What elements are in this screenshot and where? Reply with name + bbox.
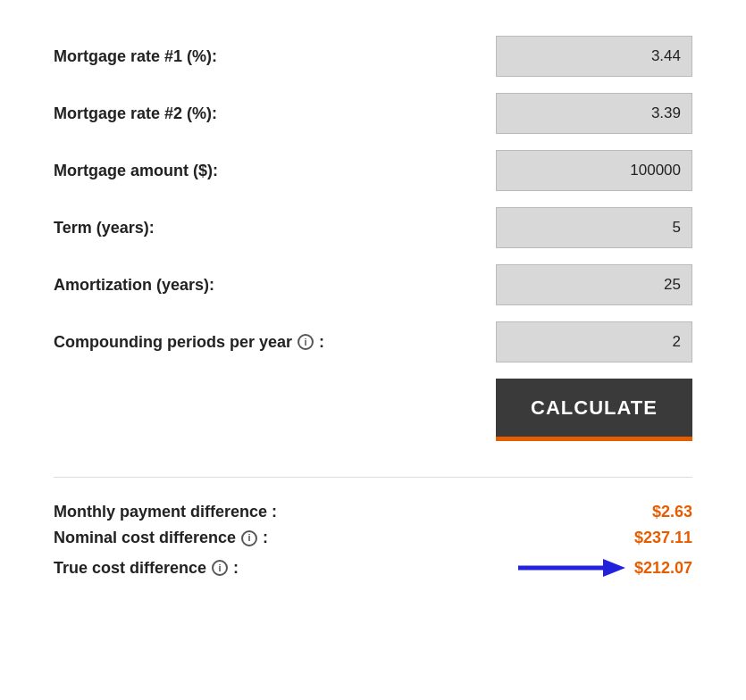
label-mortgage-rate-1: Mortgage rate #1 (%): [54,47,217,66]
compounding-info-icon[interactable]: i [298,334,314,350]
svg-marker-1 [603,559,625,577]
calculator-container: Mortgage rate #1 (%): Mortgage rate #2 (… [54,36,692,581]
result-label-nominal-cost: Nominal cost difference i : [54,529,268,547]
label-text-compounding: Compounding periods per year [54,333,292,352]
label-text-mortgage-rate-2: Mortgage rate #2 (%): [54,104,217,123]
true-cost-info-icon[interactable]: i [212,560,228,576]
arrow-value-group: $212.07 [518,554,692,581]
form-row-mortgage-rate-1: Mortgage rate #1 (%): [54,36,692,77]
input-term[interactable] [496,207,692,248]
result-value-true-cost: $212.07 [634,559,692,578]
input-compounding[interactable] [496,321,692,362]
form-row-compounding: Compounding periods per year i : [54,321,692,362]
compounding-colon: : [319,333,324,352]
result-label-text-true: True cost difference [54,559,206,578]
input-amortization[interactable] [496,264,692,305]
form-fields: Mortgage rate #1 (%): Mortgage rate #2 (… [54,36,692,362]
result-label-true-cost: True cost difference i : [54,559,239,578]
true-cost-colon: : [233,559,239,578]
input-mortgage-rate-1[interactable] [496,36,692,77]
form-row-amortization: Amortization (years): [54,264,692,305]
nominal-info-icon[interactable]: i [241,530,257,546]
result-row-true-cost: True cost difference i : $212.07 [54,554,692,581]
results-section: Monthly payment difference : $2.63 Nomin… [54,503,692,581]
label-text-mortgage-amount: Mortgage amount ($): [54,162,218,180]
result-label-text-nominal: Nominal cost difference [54,529,236,547]
result-row-monthly-payment: Monthly payment difference : $2.63 [54,503,692,521]
label-compounding: Compounding periods per year i : [54,333,324,352]
label-mortgage-amount: Mortgage amount ($): [54,162,218,180]
result-label-monthly-payment: Monthly payment difference : [54,503,277,521]
label-amortization: Amortization (years): [54,276,214,295]
label-mortgage-rate-2: Mortgage rate #2 (%): [54,104,217,123]
input-mortgage-amount[interactable] [496,150,692,191]
button-row: CALCULATE [54,379,692,441]
result-value-monthly-payment: $2.63 [652,503,692,521]
form-row-term: Term (years): [54,207,692,248]
result-value-nominal-cost: $237.11 [634,529,692,547]
nominal-colon: : [263,529,268,547]
label-text-amortization: Amortization (years): [54,276,214,295]
form-row-mortgage-rate-2: Mortgage rate #2 (%): [54,93,692,134]
result-row-nominal-cost: Nominal cost difference i : $237.11 [54,529,692,547]
result-label-text-monthly: Monthly payment difference : [54,503,277,521]
calculate-button[interactable]: CALCULATE [496,379,692,441]
input-mortgage-rate-2[interactable] [496,93,692,134]
label-text-term: Term (years): [54,219,155,238]
form-row-mortgage-amount: Mortgage amount ($): [54,150,692,191]
label-term: Term (years): [54,219,155,238]
label-text-mortgage-rate-1: Mortgage rate #1 (%): [54,47,217,66]
divider [54,477,692,478]
blue-arrow-icon [518,554,625,581]
